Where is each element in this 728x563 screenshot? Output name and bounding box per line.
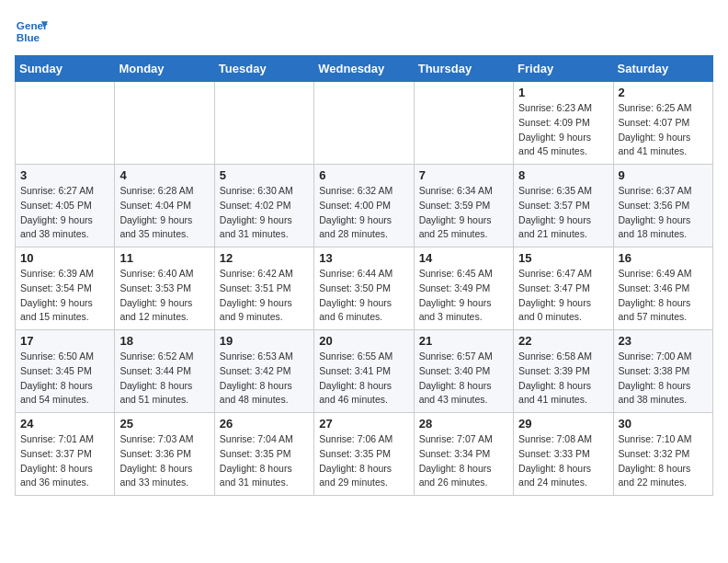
day-info: Sunrise: 7:04 AM Sunset: 3:35 PM Dayligh… — [220, 432, 309, 490]
calendar-cell: 21Sunrise: 6:57 AM Sunset: 3:40 PM Dayli… — [414, 330, 513, 413]
day-number: 28 — [419, 417, 508, 431]
day-number: 16 — [619, 251, 708, 265]
calendar-cell — [414, 82, 513, 165]
day-number: 2 — [619, 86, 708, 99]
day-number: 10 — [20, 251, 109, 265]
calendar-cell: 28Sunrise: 7:07 AM Sunset: 3:34 PM Dayli… — [414, 413, 513, 496]
day-number: 18 — [119, 334, 209, 348]
day-number: 11 — [119, 251, 209, 265]
day-number: 4 — [119, 168, 209, 182]
calendar-cell: 20Sunrise: 6:55 AM Sunset: 3:41 PM Dayli… — [314, 330, 414, 413]
calendar-cell: 23Sunrise: 7:00 AM Sunset: 3:38 PM Dayli… — [613, 330, 712, 413]
day-number: 14 — [419, 251, 508, 265]
day-info: Sunrise: 6:52 AM Sunset: 3:44 PM Dayligh… — [119, 350, 209, 408]
day-info: Sunrise: 6:58 AM Sunset: 3:39 PM Dayligh… — [518, 350, 608, 408]
day-number: 30 — [619, 417, 708, 431]
calendar-cell: 10Sunrise: 6:39 AM Sunset: 3:54 PM Dayli… — [16, 247, 115, 330]
calendar-cell: 13Sunrise: 6:44 AM Sunset: 3:50 PM Dayli… — [314, 247, 414, 330]
calendar-cell: 15Sunrise: 6:47 AM Sunset: 3:47 PM Dayli… — [514, 247, 613, 330]
logo-icon: General Blue — [15, 15, 48, 48]
calendar-cell: 17Sunrise: 6:50 AM Sunset: 3:45 PM Dayli… — [16, 330, 115, 413]
day-number: 9 — [619, 168, 708, 182]
day-number: 25 — [119, 417, 209, 431]
day-number: 22 — [518, 334, 608, 348]
logo: General Blue — [15, 15, 53, 48]
calendar-cell: 6Sunrise: 6:32 AM Sunset: 4:00 PM Daylig… — [314, 165, 414, 247]
day-number: 29 — [518, 417, 608, 431]
calendar-cell — [115, 82, 214, 165]
calendar-table: SundayMondayTuesdayWednesdayThursdayFrid… — [15, 55, 713, 496]
day-number: 27 — [319, 417, 408, 431]
calendar-cell: 22Sunrise: 6:58 AM Sunset: 3:39 PM Dayli… — [514, 330, 613, 413]
calendar-cell: 25Sunrise: 7:03 AM Sunset: 3:36 PM Dayli… — [115, 413, 214, 496]
week-row-2: 3Sunrise: 6:27 AM Sunset: 4:05 PM Daylig… — [16, 165, 713, 247]
calendar-cell: 24Sunrise: 7:01 AM Sunset: 3:37 PM Dayli… — [16, 413, 115, 496]
day-info: Sunrise: 6:30 AM Sunset: 4:02 PM Dayligh… — [220, 184, 309, 242]
day-info: Sunrise: 6:23 AM Sunset: 4:09 PM Dayligh… — [518, 101, 608, 159]
calendar-header-row: SundayMondayTuesdayWednesdayThursdayFrid… — [16, 56, 713, 82]
calendar-cell: 18Sunrise: 6:52 AM Sunset: 3:44 PM Dayli… — [115, 330, 214, 413]
calendar-cell: 8Sunrise: 6:35 AM Sunset: 3:57 PM Daylig… — [514, 165, 613, 247]
day-info: Sunrise: 6:47 AM Sunset: 3:47 PM Dayligh… — [518, 267, 608, 325]
column-header-wednesday: Wednesday — [314, 56, 414, 82]
day-number: 24 — [20, 417, 109, 431]
svg-text:Blue: Blue — [17, 31, 40, 43]
day-number: 6 — [319, 168, 408, 182]
day-info: Sunrise: 6:42 AM Sunset: 3:51 PM Dayligh… — [220, 267, 309, 325]
day-info: Sunrise: 6:50 AM Sunset: 3:45 PM Dayligh… — [20, 350, 109, 408]
calendar-cell: 12Sunrise: 6:42 AM Sunset: 3:51 PM Dayli… — [214, 247, 313, 330]
calendar-cell — [16, 82, 115, 165]
day-info: Sunrise: 6:39 AM Sunset: 3:54 PM Dayligh… — [20, 267, 109, 325]
day-info: Sunrise: 7:01 AM Sunset: 3:37 PM Dayligh… — [20, 432, 109, 490]
calendar-cell: 29Sunrise: 7:08 AM Sunset: 3:33 PM Dayli… — [514, 413, 613, 496]
day-info: Sunrise: 6:55 AM Sunset: 3:41 PM Dayligh… — [319, 350, 408, 408]
day-info: Sunrise: 7:00 AM Sunset: 3:38 PM Dayligh… — [619, 350, 708, 408]
calendar-cell — [214, 82, 313, 165]
header: General Blue — [15, 15, 713, 48]
day-info: Sunrise: 6:53 AM Sunset: 3:42 PM Dayligh… — [220, 350, 309, 408]
calendar-body: 1Sunrise: 6:23 AM Sunset: 4:09 PM Daylig… — [16, 82, 713, 496]
day-number: 17 — [20, 334, 109, 348]
calendar-cell: 14Sunrise: 6:45 AM Sunset: 3:49 PM Dayli… — [414, 247, 513, 330]
week-row-5: 24Sunrise: 7:01 AM Sunset: 3:37 PM Dayli… — [16, 413, 713, 496]
day-number: 26 — [220, 417, 309, 431]
day-info: Sunrise: 7:03 AM Sunset: 3:36 PM Dayligh… — [119, 432, 209, 490]
calendar-cell — [314, 82, 414, 165]
day-info: Sunrise: 6:37 AM Sunset: 3:56 PM Dayligh… — [619, 184, 708, 242]
column-header-thursday: Thursday — [414, 56, 513, 82]
calendar-cell: 2Sunrise: 6:25 AM Sunset: 4:07 PM Daylig… — [613, 82, 712, 165]
day-number: 19 — [220, 334, 309, 348]
day-info: Sunrise: 6:35 AM Sunset: 3:57 PM Dayligh… — [518, 184, 608, 242]
day-info: Sunrise: 6:34 AM Sunset: 3:59 PM Dayligh… — [419, 184, 508, 242]
day-info: Sunrise: 6:32 AM Sunset: 4:00 PM Dayligh… — [319, 184, 408, 242]
calendar-cell: 4Sunrise: 6:28 AM Sunset: 4:04 PM Daylig… — [115, 165, 214, 247]
day-info: Sunrise: 7:08 AM Sunset: 3:33 PM Dayligh… — [518, 432, 608, 490]
day-info: Sunrise: 6:27 AM Sunset: 4:05 PM Dayligh… — [20, 184, 109, 242]
day-number: 7 — [419, 168, 508, 182]
calendar-cell: 3Sunrise: 6:27 AM Sunset: 4:05 PM Daylig… — [16, 165, 115, 247]
calendar-cell: 26Sunrise: 7:04 AM Sunset: 3:35 PM Dayli… — [214, 413, 313, 496]
column-header-tuesday: Tuesday — [214, 56, 313, 82]
day-number: 1 — [518, 86, 608, 99]
day-info: Sunrise: 7:10 AM Sunset: 3:32 PM Dayligh… — [619, 432, 708, 490]
calendar-cell: 11Sunrise: 6:40 AM Sunset: 3:53 PM Dayli… — [115, 247, 214, 330]
day-number: 13 — [319, 251, 408, 265]
column-header-friday: Friday — [514, 56, 613, 82]
calendar-cell: 5Sunrise: 6:30 AM Sunset: 4:02 PM Daylig… — [214, 165, 313, 247]
day-number: 12 — [220, 251, 309, 265]
day-number: 20 — [319, 334, 408, 348]
day-info: Sunrise: 6:40 AM Sunset: 3:53 PM Dayligh… — [119, 267, 209, 325]
day-info: Sunrise: 6:25 AM Sunset: 4:07 PM Dayligh… — [619, 101, 708, 159]
day-number: 5 — [220, 168, 309, 182]
day-number: 8 — [518, 168, 608, 182]
day-number: 23 — [619, 334, 708, 348]
svg-text:General: General — [17, 19, 48, 31]
week-row-1: 1Sunrise: 6:23 AM Sunset: 4:09 PM Daylig… — [16, 82, 713, 165]
day-info: Sunrise: 6:44 AM Sunset: 3:50 PM Dayligh… — [319, 267, 408, 325]
calendar-cell: 9Sunrise: 6:37 AM Sunset: 3:56 PM Daylig… — [613, 165, 712, 247]
calendar-cell: 27Sunrise: 7:06 AM Sunset: 3:35 PM Dayli… — [314, 413, 414, 496]
day-info: Sunrise: 6:28 AM Sunset: 4:04 PM Dayligh… — [119, 184, 209, 242]
day-info: Sunrise: 7:06 AM Sunset: 3:35 PM Dayligh… — [319, 432, 408, 490]
week-row-3: 10Sunrise: 6:39 AM Sunset: 3:54 PM Dayli… — [16, 247, 713, 330]
day-number: 15 — [518, 251, 608, 265]
